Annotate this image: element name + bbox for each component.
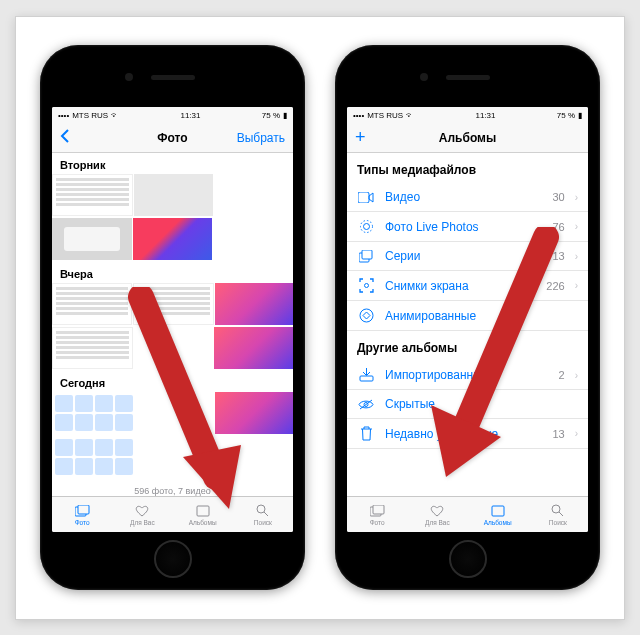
photo-thumb[interactable] — [52, 436, 136, 478]
section-tuesday: Вторник — [52, 153, 293, 174]
tab-bar: Фото Для Вас Альбомы Поиск — [52, 496, 293, 532]
photo-thumb[interactable] — [213, 218, 293, 260]
svg-rect-2 — [197, 506, 209, 516]
status-bar: ••••MTS RUSᯤ 11:31 75 %▮ — [52, 107, 293, 123]
select-button[interactable]: Выбрать — [237, 131, 285, 145]
hidden-icon — [357, 399, 375, 410]
chevron-right-icon: › — [575, 428, 578, 439]
photo-thumb[interactable] — [133, 218, 213, 260]
photo-thumb[interactable] — [214, 174, 293, 216]
svg-rect-9 — [362, 250, 372, 259]
chevron-right-icon: › — [575, 251, 578, 262]
photo-thumb[interactable] — [52, 392, 136, 434]
svg-line-4 — [264, 512, 268, 516]
other-albums-header: Другие альбомы — [347, 331, 588, 361]
photo-thumb[interactable] — [52, 283, 132, 325]
list-item-hidden[interactable]: Скрытые — [347, 390, 588, 419]
tab-search[interactable]: Поиск — [233, 497, 293, 532]
photo-thumb[interactable] — [215, 392, 293, 434]
nav-title: Фото — [157, 131, 187, 145]
chevron-right-icon: › — [575, 192, 578, 203]
search-icon — [255, 504, 271, 518]
livephotos-icon — [357, 219, 375, 234]
svg-point-7 — [360, 221, 372, 233]
photo-thumb[interactable] — [134, 174, 213, 216]
foryou-icon — [134, 504, 150, 518]
photo-thumb[interactable] — [133, 283, 213, 325]
albums-content: Типы медиафайлов Видео 30 › Фото Live Ph… — [347, 153, 588, 496]
iphone-right: ••••MTS RUSᯤ 11:31 75 %▮ + Альбомы Типы … — [335, 45, 600, 590]
nav-bar: + Альбомы — [347, 123, 588, 153]
search-icon — [550, 504, 566, 518]
nav-title: Альбомы — [439, 131, 496, 145]
nav-bar: Фото Выбрать — [52, 123, 293, 153]
tab-foryou[interactable]: Для Вас — [112, 497, 172, 532]
section-today: Сегодня — [52, 371, 293, 392]
iphone-left: ••••MTS RUSᯤ 11:31 75 %▮ Фото Выбрать Вт… — [40, 45, 305, 590]
list-item-livephotos[interactable]: Фото Live Photos 76 › — [347, 212, 588, 242]
list-item-animated[interactable]: Анимированные — [347, 301, 588, 331]
svg-point-11 — [360, 309, 373, 322]
section-yesterday: Вчера — [52, 262, 293, 283]
video-icon — [357, 192, 375, 203]
svg-line-19 — [559, 512, 563, 516]
svg-point-10 — [364, 284, 368, 288]
list-item-screenshots[interactable]: Снимки экрана 226 › — [347, 271, 588, 301]
bursts-icon — [357, 250, 375, 263]
home-button[interactable] — [154, 540, 192, 578]
list-item-imports[interactable]: Импортированные 2 › — [347, 361, 588, 390]
photo-thumb[interactable] — [52, 218, 132, 260]
photos-icon — [74, 504, 90, 518]
list-item-video[interactable]: Видео 30 › — [347, 183, 588, 212]
back-button[interactable] — [60, 129, 70, 146]
svg-point-18 — [552, 505, 560, 513]
photo-thumb[interactable] — [214, 327, 293, 369]
photo-thumb[interactable] — [215, 283, 293, 325]
photo-thumb[interactable] — [52, 174, 133, 216]
svg-rect-17 — [492, 506, 504, 516]
status-time: 11:31 — [180, 111, 200, 120]
svg-point-6 — [363, 224, 369, 230]
chevron-right-icon: › — [575, 370, 578, 381]
home-button[interactable] — [449, 540, 487, 578]
tab-albums[interactable]: Альбомы — [173, 497, 233, 532]
tab-photos[interactable]: Фото — [347, 497, 407, 532]
albums-icon — [490, 504, 506, 518]
svg-rect-5 — [358, 192, 369, 203]
media-types-header: Типы медиафайлов — [347, 153, 588, 183]
svg-point-3 — [257, 505, 265, 513]
status-time: 11:31 — [475, 111, 495, 120]
photos-icon — [369, 504, 385, 518]
import-icon — [357, 368, 375, 382]
foryou-icon — [429, 504, 445, 518]
animated-icon — [357, 308, 375, 323]
svg-rect-1 — [78, 505, 89, 514]
photo-thumb[interactable] — [134, 327, 213, 369]
albums-icon — [195, 504, 211, 518]
status-bar: ••••MTS RUSᯤ 11:31 75 %▮ — [347, 107, 588, 123]
screenshots-icon — [357, 278, 375, 293]
add-button[interactable]: + — [355, 127, 366, 148]
svg-rect-16 — [373, 505, 384, 514]
tab-search[interactable]: Поиск — [528, 497, 588, 532]
list-item-recently-deleted[interactable]: Недавно удаленные 13 › — [347, 419, 588, 449]
tab-bar: Фото Для Вас Альбомы Поиск — [347, 496, 588, 532]
tab-albums[interactable]: Альбомы — [468, 497, 528, 532]
chevron-right-icon: › — [575, 221, 578, 232]
photo-thumb[interactable] — [52, 327, 133, 369]
photos-content: Вторник Вчера — [52, 153, 293, 496]
tab-foryou[interactable]: Для Вас — [407, 497, 467, 532]
photo-thumb[interactable] — [137, 392, 215, 434]
photo-count-summary: 596 фото, 7 видео — [52, 480, 293, 496]
trash-icon — [357, 426, 375, 441]
chevron-right-icon: › — [575, 280, 578, 291]
tab-photos[interactable]: Фото — [52, 497, 112, 532]
svg-rect-12 — [360, 376, 373, 381]
list-item-bursts[interactable]: Серии 13 › — [347, 242, 588, 271]
